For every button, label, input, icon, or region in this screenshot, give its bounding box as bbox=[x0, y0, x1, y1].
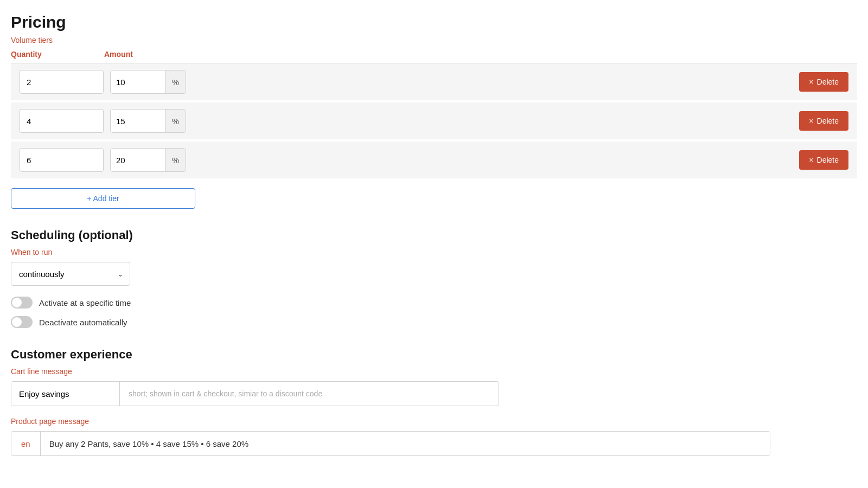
activate-label: Activate at a specific time bbox=[39, 298, 131, 307]
column-headers: Quantity Amount bbox=[11, 50, 857, 59]
product-page-row: en Buy any 2 Pants, save 10% • 4 save 15… bbox=[11, 431, 770, 456]
product-page-label: Product page message bbox=[11, 417, 857, 426]
delete-icon-3: × bbox=[809, 156, 813, 164]
add-tier-button[interactable]: + Add tier bbox=[11, 188, 195, 209]
when-to-run-label: When to run bbox=[11, 248, 857, 256]
activate-slider bbox=[11, 297, 33, 309]
when-to-run-dropdown-wrapper: continuously on a schedule manually ⌄ bbox=[11, 262, 130, 286]
percent-suffix-3: % bbox=[165, 149, 186, 171]
lang-badge: en bbox=[11, 432, 41, 455]
cart-line-row: short; shown in cart & checkout, simiar … bbox=[11, 381, 499, 406]
quantity-header: Quantity bbox=[11, 50, 98, 59]
delete-button-2[interactable]: × Delete bbox=[799, 111, 848, 131]
delete-label-1: Delete bbox=[817, 78, 839, 86]
delete-icon-1: × bbox=[809, 78, 813, 86]
quantity-input-2[interactable] bbox=[20, 109, 104, 133]
delete-label-3: Delete bbox=[817, 156, 839, 164]
cart-line-input[interactable] bbox=[11, 382, 120, 406]
customer-experience-section: Customer experience Cart line message sh… bbox=[11, 348, 857, 456]
tiers-list: % × Delete % × Delete bbox=[11, 63, 857, 178]
quantity-input-3[interactable] bbox=[20, 148, 104, 172]
product-page-value: Buy any 2 Pants, save 10% • 4 save 15% •… bbox=[41, 432, 770, 455]
amount-input-2[interactable] bbox=[111, 110, 165, 132]
activate-toggle[interactable] bbox=[11, 297, 33, 309]
scheduling-title: Scheduling (optional) bbox=[11, 228, 857, 242]
percent-suffix-2: % bbox=[165, 110, 186, 132]
amount-input-3[interactable] bbox=[111, 149, 165, 171]
delete-button-3[interactable]: × Delete bbox=[799, 150, 848, 170]
cart-line-placeholder-text: short; shown in cart & checkout, simiar … bbox=[120, 385, 499, 402]
when-to-run-select[interactable]: continuously on a schedule manually bbox=[11, 262, 130, 286]
amount-input-1[interactable] bbox=[111, 70, 165, 93]
cart-line-label: Cart line message bbox=[11, 367, 857, 376]
table-row: % × Delete bbox=[11, 63, 857, 100]
customer-experience-title: Customer experience bbox=[11, 348, 857, 362]
deactivate-toggle-row: Deactivate automatically bbox=[11, 316, 857, 328]
pricing-title: Pricing bbox=[11, 13, 857, 31]
amount-wrapper-1: % bbox=[110, 70, 186, 94]
volume-tiers-label: Volume tiers bbox=[11, 36, 857, 44]
quantity-input-1[interactable] bbox=[20, 70, 104, 94]
table-row: % × Delete bbox=[11, 102, 857, 139]
delete-label-2: Delete bbox=[817, 117, 839, 125]
activate-toggle-row: Activate at a specific time bbox=[11, 297, 857, 309]
scheduling-section: Scheduling (optional) When to run contin… bbox=[11, 228, 857, 328]
amount-header: Amount bbox=[104, 50, 180, 59]
deactivate-slider bbox=[11, 316, 33, 328]
amount-wrapper-2: % bbox=[110, 109, 186, 133]
amount-wrapper-3: % bbox=[110, 148, 186, 172]
deactivate-label: Deactivate automatically bbox=[39, 318, 127, 327]
deactivate-toggle[interactable] bbox=[11, 316, 33, 328]
percent-suffix-1: % bbox=[165, 70, 186, 93]
table-row: % × Delete bbox=[11, 142, 857, 178]
pricing-section: Pricing Volume tiers Quantity Amount % ×… bbox=[11, 13, 857, 209]
delete-icon-2: × bbox=[809, 117, 813, 125]
delete-button-1[interactable]: × Delete bbox=[799, 72, 848, 92]
